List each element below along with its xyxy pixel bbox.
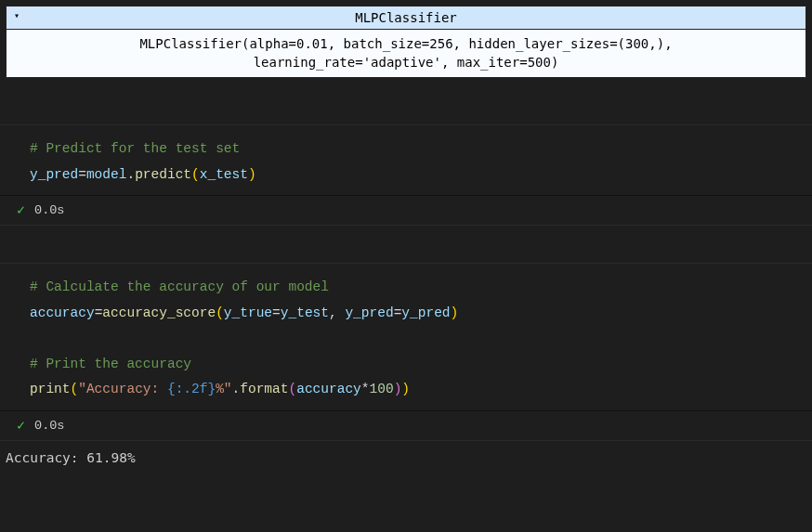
collapse-icon[interactable]: ▾: [14, 10, 20, 20]
code-comment: # Print the accuracy: [30, 357, 191, 371]
stdout-output: Accuracy: 61.98%: [0, 441, 812, 471]
execution-time: 0.0s: [34, 419, 64, 433]
execution-time: 0.0s: [34, 203, 64, 217]
code-editor[interactable]: # Calculate the accuracy of our model ac…: [0, 263, 812, 411]
code-line: y_pred=model.predict(x_test): [30, 162, 812, 188]
code-line: accuracy=accuracy_score(y_true=y_test, y…: [30, 301, 812, 327]
code-cell: # Predict for the test set y_pred=model.…: [0, 124, 812, 226]
check-icon: ✓: [17, 417, 25, 435]
code-cell: # Calculate the accuracy of our model ac…: [0, 263, 812, 471]
code-editor[interactable]: # Predict for the test set y_pred=model.…: [0, 124, 812, 196]
model-name: MLPClassifier: [355, 10, 457, 25]
code-comment: # Predict for the test set: [30, 141, 240, 156]
model-repr-body: MLPClassifier(alpha=0.01, batch_size=256…: [7, 30, 805, 77]
cell-status: ✓ 0.0s: [0, 411, 812, 441]
model-repr-output: ▾ MLPClassifier MLPClassifier(alpha=0.01…: [6, 6, 806, 78]
code-line: print("Accuracy: {:.2f}%".format(accurac…: [30, 377, 812, 403]
model-repr-header[interactable]: ▾ MLPClassifier: [7, 6, 805, 30]
cell-status: ✓ 0.0s: [0, 196, 812, 226]
code-comment: # Calculate the accuracy of our model: [30, 279, 329, 294]
check-icon: ✓: [17, 201, 25, 219]
